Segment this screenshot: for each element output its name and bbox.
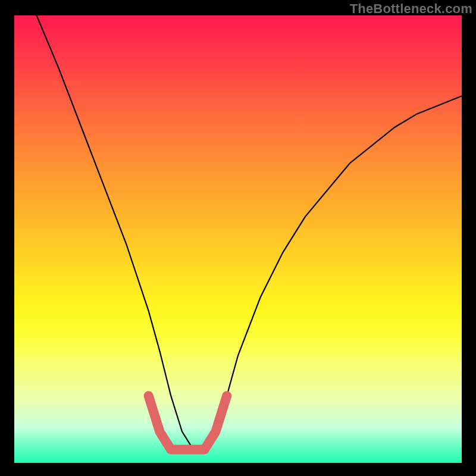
chart-frame: TheBottleneck.com xyxy=(0,0,476,476)
watermark-text: TheBottleneck.com xyxy=(350,1,472,17)
chart-plot-area xyxy=(14,15,462,463)
main-curve-line xyxy=(37,15,462,449)
chart-svg xyxy=(14,15,462,463)
